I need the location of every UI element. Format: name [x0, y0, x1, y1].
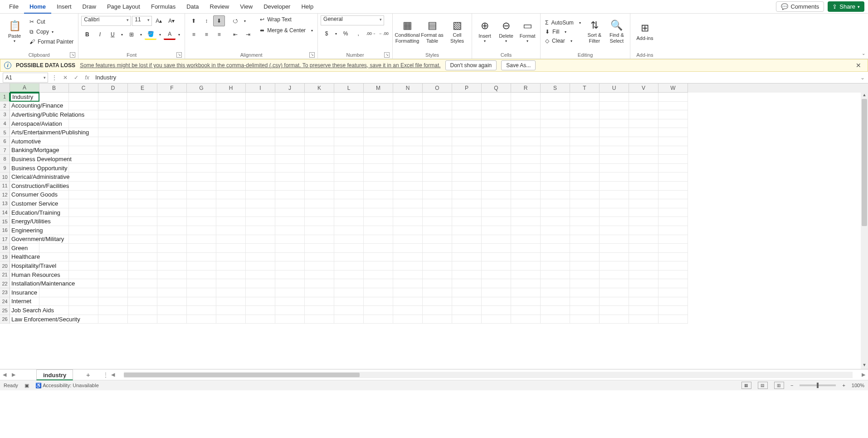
- cell-U1[interactable]: [600, 93, 629, 102]
- cell-T9[interactable]: [570, 164, 600, 173]
- cell-N20[interactable]: [393, 261, 423, 271]
- col-header-K[interactable]: K: [305, 84, 334, 93]
- accessibility-status[interactable]: ♿ Accessibility: Unavailable: [35, 383, 99, 389]
- cell-Q7[interactable]: [482, 146, 511, 155]
- decrease-font-button[interactable]: A▾: [166, 15, 177, 26]
- cell-I16[interactable]: [246, 226, 275, 235]
- cell-O7[interactable]: [423, 146, 452, 155]
- cell-M9[interactable]: [364, 164, 393, 173]
- row-header-14[interactable]: 14: [0, 208, 10, 217]
- cell-V7[interactable]: [629, 146, 658, 155]
- row-header-12[interactable]: 12: [0, 191, 10, 200]
- cell-J4[interactable]: [275, 119, 305, 128]
- cell-B24[interactable]: [39, 297, 69, 306]
- cell-G15[interactable]: [187, 217, 216, 226]
- borders-button[interactable]: ⊞: [126, 29, 137, 40]
- cell-G1[interactable]: [187, 93, 216, 102]
- cell-E1[interactable]: [128, 93, 157, 102]
- cell-W2[interactable]: [658, 102, 688, 111]
- cell-H10[interactable]: [216, 172, 246, 182]
- cell-U23[interactable]: [600, 288, 629, 297]
- cell-P19[interactable]: [452, 253, 482, 262]
- cell-V22[interactable]: [629, 279, 658, 288]
- cell-H21[interactable]: [216, 271, 246, 280]
- cell-N21[interactable]: [393, 271, 423, 280]
- cancel-formula-button[interactable]: ✕: [60, 73, 71, 83]
- cell-U19[interactable]: [600, 253, 629, 262]
- cell-K7[interactable]: [305, 146, 334, 155]
- cell-V21[interactable]: [629, 271, 658, 280]
- cell-T4[interactable]: [570, 119, 600, 128]
- cell-W9[interactable]: [658, 164, 688, 173]
- addins-button[interactable]: ⊞Add-ins: [633, 15, 657, 48]
- cell-J14[interactable]: [275, 208, 305, 217]
- cell-K6[interactable]: [305, 137, 334, 146]
- col-header-D[interactable]: D: [98, 84, 128, 93]
- cell-R8[interactable]: [511, 155, 541, 164]
- cell-C17[interactable]: [69, 235, 98, 244]
- col-header-L[interactable]: L: [334, 84, 364, 93]
- cell-H11[interactable]: [216, 182, 246, 191]
- row-header-20[interactable]: 20: [0, 261, 10, 271]
- zoom-level[interactable]: 100%: [852, 383, 864, 388]
- name-box[interactable]: A1: [3, 73, 48, 83]
- cell-A18[interactable]: Green: [10, 244, 39, 253]
- row-header-26[interactable]: 26: [0, 315, 10, 324]
- zoom-in-button[interactable]: +: [842, 383, 845, 388]
- cell-B16[interactable]: [39, 226, 69, 235]
- horizontal-scrollbar[interactable]: [124, 372, 853, 378]
- cell-F5[interactable]: [157, 128, 187, 137]
- enter-formula-button[interactable]: ✓: [71, 73, 82, 83]
- cell-D12[interactable]: [98, 191, 128, 200]
- cell-J25[interactable]: [275, 306, 305, 315]
- cell-Q21[interactable]: [482, 271, 511, 280]
- cell-S19[interactable]: [541, 253, 570, 262]
- cell-P24[interactable]: [452, 297, 482, 306]
- fx-button[interactable]: fx: [82, 73, 93, 83]
- cell-S4[interactable]: [541, 119, 570, 128]
- increase-indent-button[interactable]: ⇥: [242, 29, 254, 40]
- cell-I2[interactable]: [246, 102, 275, 111]
- cell-I10[interactable]: [246, 172, 275, 182]
- tab-view[interactable]: View: [234, 0, 258, 14]
- cell-U12[interactable]: [600, 191, 629, 200]
- cell-K4[interactable]: [305, 119, 334, 128]
- cell-R24[interactable]: [511, 297, 541, 306]
- cell-N10[interactable]: [393, 172, 423, 182]
- cell-T1[interactable]: [570, 93, 600, 102]
- cell-V19[interactable]: [629, 253, 658, 262]
- cell-L22[interactable]: [334, 279, 364, 288]
- cell-H8[interactable]: [216, 155, 246, 164]
- cell-Q13[interactable]: [482, 199, 511, 208]
- cell-W13[interactable]: [658, 199, 688, 208]
- sheet-nav-next[interactable]: ▶: [9, 372, 18, 378]
- cell-G4[interactable]: [187, 119, 216, 128]
- cell-S13[interactable]: [541, 199, 570, 208]
- cell-D24[interactable]: [98, 297, 128, 306]
- col-header-R[interactable]: R: [511, 84, 541, 93]
- cell-V17[interactable]: [629, 235, 658, 244]
- fill-color-dropdown[interactable]: ▾: [157, 29, 163, 40]
- tab-insert[interactable]: Insert: [51, 0, 77, 14]
- cell-M5[interactable]: [364, 128, 393, 137]
- cell-G26[interactable]: [187, 315, 216, 324]
- cell-G12[interactable]: [187, 191, 216, 200]
- cell-P2[interactable]: [452, 102, 482, 111]
- cell-F19[interactable]: [157, 253, 187, 262]
- cell-L25[interactable]: [334, 306, 364, 315]
- cell-E3[interactable]: [128, 110, 157, 119]
- cell-D14[interactable]: [98, 208, 128, 217]
- row-header-10[interactable]: 10: [0, 172, 10, 182]
- cell-C7[interactable]: [69, 146, 98, 155]
- cell-V18[interactable]: [629, 244, 658, 253]
- col-header-J[interactable]: J: [275, 84, 305, 93]
- cell-F17[interactable]: [157, 235, 187, 244]
- cell-I23[interactable]: [246, 288, 275, 297]
- cell-O14[interactable]: [423, 208, 452, 217]
- cell-E17[interactable]: [128, 235, 157, 244]
- cell-N24[interactable]: [393, 297, 423, 306]
- increase-font-button[interactable]: A▴: [153, 15, 165, 26]
- cell-O1[interactable]: [423, 93, 452, 102]
- cell-D26[interactable]: [98, 315, 128, 324]
- cell-O8[interactable]: [423, 155, 452, 164]
